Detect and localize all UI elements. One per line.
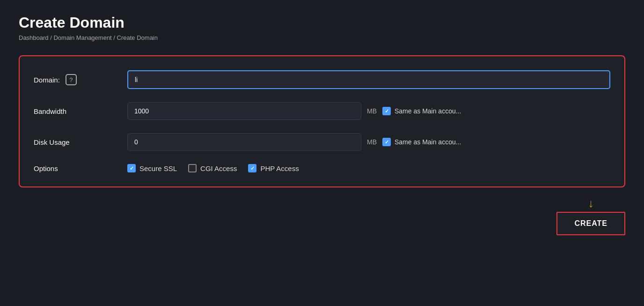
page-title: Create Domain xyxy=(19,14,625,31)
bandwidth-same-checkbox[interactable] xyxy=(382,107,391,115)
bandwidth-row: Bandwidth MB Same as Main accou... xyxy=(34,102,610,120)
breadcrumb: Dashboard / Domain Management / Create D… xyxy=(19,34,625,41)
bandwidth-label: Bandwidth xyxy=(34,107,127,115)
options-group: Secure SSL CGI Access PHP Access xyxy=(127,164,299,172)
domain-input-wrapper xyxy=(127,70,610,89)
disk-usage-row: Disk Usage MB Same as Main accou... xyxy=(34,133,610,151)
options-row: Options Secure SSL CGI Access PHP Access xyxy=(34,164,610,172)
disk-usage-label: Disk Usage xyxy=(34,138,127,146)
cgi-access-label: CGI Access xyxy=(200,164,237,172)
php-access-checkbox[interactable] xyxy=(248,164,256,172)
bandwidth-unit: MB xyxy=(367,107,377,115)
bandwidth-input[interactable] xyxy=(127,102,361,120)
secure-ssl-checkbox[interactable] xyxy=(127,164,136,172)
options-label: Options xyxy=(34,164,127,172)
domain-label-group: Domain: ? xyxy=(34,74,127,85)
create-button[interactable]: CREATE xyxy=(556,212,625,235)
disk-same-label: Same as Main accou... xyxy=(395,138,461,146)
create-btn-wrapper: ↓ CREATE xyxy=(556,197,625,235)
bandwidth-same-label: Same as Main accou... xyxy=(395,107,461,115)
arrow-down-icon: ↓ xyxy=(588,197,594,210)
option-php-access: PHP Access xyxy=(248,164,299,172)
disk-same-checkbox[interactable] xyxy=(382,138,391,146)
bottom-area: ↓ CREATE xyxy=(19,197,625,235)
disk-usage-unit: MB xyxy=(367,138,377,146)
help-icon[interactable]: ? xyxy=(66,74,77,85)
domain-row: Domain: ? xyxy=(34,70,610,89)
secure-ssl-label: Secure SSL xyxy=(139,164,177,172)
bandwidth-same-checkbox-group: Same as Main accou... xyxy=(382,107,461,115)
disk-usage-input[interactable] xyxy=(127,133,361,151)
option-cgi-access: CGI Access xyxy=(188,164,237,172)
domain-label: Domain: xyxy=(34,76,60,84)
cgi-access-checkbox[interactable] xyxy=(188,164,197,172)
disk-same-checkbox-group: Same as Main accou... xyxy=(382,138,461,146)
php-access-label: PHP Access xyxy=(260,164,299,172)
form-card: Domain: ? Bandwidth MB Same as Main acco… xyxy=(19,55,625,187)
domain-input[interactable] xyxy=(127,70,610,89)
option-secure-ssl: Secure SSL xyxy=(127,164,177,172)
